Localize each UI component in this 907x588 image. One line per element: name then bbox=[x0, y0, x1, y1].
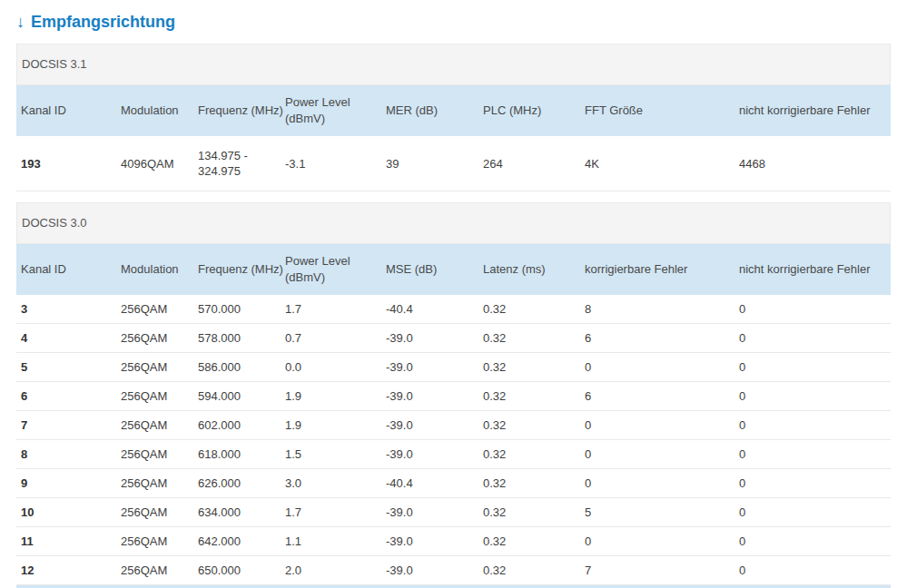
table-cell: 7 bbox=[580, 556, 734, 585]
column-header: nicht korrigierbare Fehler bbox=[734, 244, 891, 295]
table-cell: 0.32 bbox=[478, 498, 580, 527]
table-row: 3256QAM570.0001.7-40.40.3280 bbox=[16, 295, 891, 324]
table-cell: 6 bbox=[580, 382, 734, 411]
table-cell: 256QAM bbox=[116, 295, 193, 324]
docsis30-section-header: DOCSIS 3.0 bbox=[16, 202, 891, 244]
table-cell: 0.32 bbox=[478, 382, 580, 411]
table-cell: 618.000 bbox=[193, 440, 281, 469]
table-row: 8256QAM618.0001.5-39.00.3200 bbox=[16, 440, 891, 469]
table-cell: 1.9 bbox=[281, 411, 381, 440]
table-header-row: Kanal IDModulationFrequenz (MHz)Power Le… bbox=[16, 85, 891, 136]
docsis31-section: DOCSIS 3.1 Kanal IDModulationFrequenz (M… bbox=[16, 44, 891, 191]
table-cell: 6 bbox=[16, 382, 116, 411]
table-cell: 0 bbox=[734, 353, 891, 382]
table-cell: 0 bbox=[734, 469, 891, 498]
table-cell: 1.9 bbox=[281, 382, 381, 411]
table-cell: 1.7 bbox=[281, 498, 381, 527]
table-cell: 4468 bbox=[734, 136, 891, 191]
page-title-text: Empfangsrichtung bbox=[31, 13, 175, 31]
table-cell: 0 bbox=[734, 556, 891, 585]
docsis30-section: DOCSIS 3.0 Kanal IDModulationFrequenz (M… bbox=[16, 202, 891, 585]
column-header: korrigierbare Fehler bbox=[580, 244, 734, 295]
column-header: FFT Größe bbox=[580, 85, 734, 136]
table-cell: 11 bbox=[16, 527, 116, 556]
table-row: 12256QAM650.0002.0-39.00.3270 bbox=[16, 556, 891, 585]
column-header: Frequenz (MHz) bbox=[193, 244, 281, 295]
table-cell: 578.000 bbox=[193, 324, 281, 353]
table-cell: 0 bbox=[734, 324, 891, 353]
table-cell: 0 bbox=[734, 295, 891, 324]
table-cell: 634.000 bbox=[193, 498, 281, 527]
table-cell: 8 bbox=[580, 295, 734, 324]
column-header: Kanal ID bbox=[16, 85, 116, 136]
table-cell: 256QAM bbox=[116, 411, 193, 440]
column-header: Modulation bbox=[116, 244, 193, 295]
downstream-arrow-icon: ↓ bbox=[16, 13, 25, 31]
table-cell: -39.0 bbox=[381, 353, 478, 382]
table-cell: 4096QAM bbox=[116, 136, 193, 191]
table-cell: 12 bbox=[16, 556, 116, 585]
table-cell: -40.4 bbox=[381, 469, 478, 498]
table-cell: -39.0 bbox=[381, 382, 478, 411]
table-cell: 256QAM bbox=[116, 440, 193, 469]
table-cell: 0.32 bbox=[478, 469, 580, 498]
table-row: 11256QAM642.0001.1-39.00.3200 bbox=[16, 527, 891, 556]
table-cell: 9 bbox=[16, 469, 116, 498]
table-cell: -39.0 bbox=[381, 411, 478, 440]
table-cell: 0.0 bbox=[281, 353, 381, 382]
column-header: Kanal ID bbox=[16, 244, 116, 295]
table-header-row: Kanal IDModulationFrequenz (MHz)Power Le… bbox=[16, 244, 891, 295]
table-cell: 0.32 bbox=[478, 440, 580, 469]
table-cell: 256QAM bbox=[116, 556, 193, 585]
table-cell: 1.1 bbox=[281, 527, 381, 556]
table-cell: -3.1 bbox=[281, 136, 381, 191]
column-header: PLC (MHz) bbox=[478, 85, 580, 136]
column-header: Power Level (dBmV) bbox=[281, 244, 381, 295]
docsis31-table-head: Kanal IDModulationFrequenz (MHz)Power Le… bbox=[16, 85, 891, 136]
table-cell: 0 bbox=[734, 527, 891, 556]
table-cell: 1.7 bbox=[281, 295, 381, 324]
table-cell: 0 bbox=[734, 411, 891, 440]
docsis30-table: Kanal IDModulationFrequenz (MHz)Power Le… bbox=[16, 244, 891, 585]
table-cell: 0 bbox=[734, 498, 891, 527]
table-cell: 3.0 bbox=[281, 469, 381, 498]
table-cell: 0 bbox=[580, 353, 734, 382]
table-cell: 0 bbox=[580, 469, 734, 498]
docsis30-table-body: 3256QAM570.0001.7-40.40.32804256QAM578.0… bbox=[16, 295, 891, 585]
table-cell: -39.0 bbox=[381, 527, 478, 556]
table-cell: 0 bbox=[580, 527, 734, 556]
table-cell: 264 bbox=[478, 136, 580, 191]
table-row: 9256QAM626.0003.0-40.40.3200 bbox=[16, 469, 891, 498]
table-cell: 8 bbox=[16, 440, 116, 469]
table-cell: 570.000 bbox=[193, 295, 281, 324]
table-cell: 5 bbox=[580, 498, 734, 527]
page-title: ↓Empfangsrichtung bbox=[16, 13, 907, 32]
table-cell: 0.7 bbox=[281, 324, 381, 353]
table-cell: 5 bbox=[16, 353, 116, 382]
table-cell: -39.0 bbox=[381, 324, 478, 353]
table-cell: -39.0 bbox=[381, 440, 478, 469]
column-header: Latenz (ms) bbox=[478, 244, 580, 295]
docsis31-table-body: 1934096QAM134.975 - 324.975-3.1392644K44… bbox=[16, 136, 891, 191]
column-header: Frequenz (MHz) bbox=[193, 85, 281, 136]
table-cell: 0 bbox=[734, 382, 891, 411]
table-cell: 0.32 bbox=[478, 527, 580, 556]
table-cell: 0.32 bbox=[478, 353, 580, 382]
table-cell: 0 bbox=[580, 411, 734, 440]
column-header: Power Level (dBmV) bbox=[281, 85, 381, 136]
table-cell: -39.0 bbox=[381, 556, 478, 585]
table-cell: 602.000 bbox=[193, 411, 281, 440]
table-cell: 10 bbox=[16, 498, 116, 527]
table-cell: 39 bbox=[381, 136, 478, 191]
table-row: 1934096QAM134.975 - 324.975-3.1392644K44… bbox=[16, 136, 891, 191]
tables-wrap: DOCSIS 3.1 Kanal IDModulationFrequenz (M… bbox=[16, 44, 891, 588]
table-cell: 626.000 bbox=[193, 469, 281, 498]
docsis30-table-head: Kanal IDModulationFrequenz (MHz)Power Le… bbox=[16, 244, 891, 295]
table-row: 5256QAM586.0000.0-39.00.3200 bbox=[16, 353, 891, 382]
column-header: nicht korrigierbare Fehler bbox=[734, 85, 891, 136]
table-cell: -39.0 bbox=[381, 498, 478, 527]
table-cell: 3 bbox=[16, 295, 116, 324]
page: ↓Empfangsrichtung DOCSIS 3.1 Kanal IDMod… bbox=[0, 0, 907, 588]
table-cell: 594.000 bbox=[193, 382, 281, 411]
table-cell: 4 bbox=[16, 324, 116, 353]
